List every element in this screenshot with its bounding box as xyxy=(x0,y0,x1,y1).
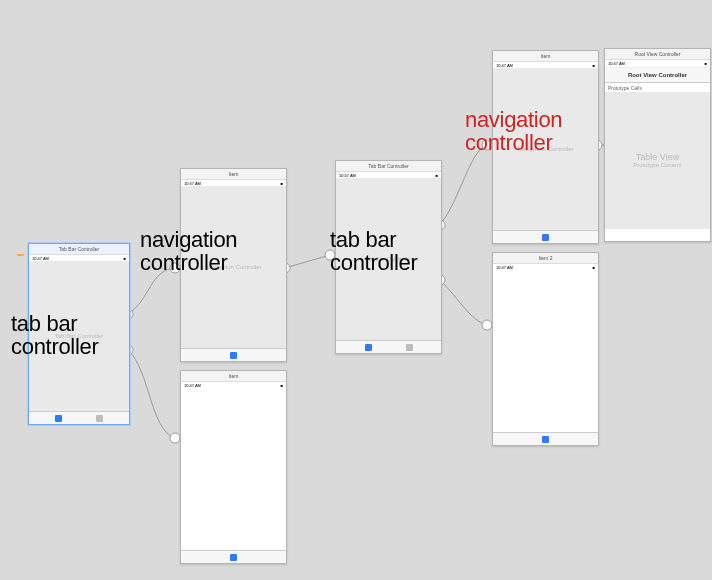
scene-title: Item xyxy=(181,371,286,382)
placeholder-text: Table View Prototype Content xyxy=(605,152,710,170)
tab-icon xyxy=(96,415,103,422)
scene-title: Tab Bar Controller xyxy=(29,244,129,255)
tab-bar xyxy=(181,550,286,563)
tab-icon xyxy=(230,352,237,359)
navigation-bar-title: Root View Controller xyxy=(605,68,710,83)
tab-bar xyxy=(493,230,598,243)
label-navigation-controller-1: navigation controller xyxy=(140,228,237,275)
tab-bar xyxy=(493,432,598,445)
tab-icon xyxy=(542,436,549,443)
tab-icon xyxy=(406,344,413,351)
status-bar: 10:47 AM■ xyxy=(605,60,710,68)
svg-point-3 xyxy=(170,433,180,443)
tab-bar xyxy=(29,411,129,424)
scene-item-1[interactable]: Item 10:47 AM■ xyxy=(180,370,287,564)
tab-icon xyxy=(230,554,237,561)
scene-title: Item 2 xyxy=(493,253,598,264)
scene-title: Root View Controller xyxy=(605,49,710,60)
tab-icon xyxy=(55,415,62,422)
svg-point-9 xyxy=(482,320,492,330)
tab-icon xyxy=(542,234,549,241)
scene-title: Item xyxy=(181,169,286,180)
tab-icon xyxy=(365,344,372,351)
storyboard-canvas[interactable]: Tab Bar Controller 10:47 AM■ Tab Bar Con… xyxy=(0,0,712,580)
label-tab-bar-controller-1: tab bar controller xyxy=(11,312,98,359)
scene-body: Table View Prototype Content xyxy=(605,92,710,229)
scene-item-2[interactable]: Item 2 10:47 AM■ xyxy=(492,252,599,446)
tab-bar xyxy=(336,340,441,353)
label-navigation-controller-2: navigation controller xyxy=(465,108,562,155)
scene-body xyxy=(181,388,286,551)
label-tab-bar-controller-2: tab bar controller xyxy=(330,228,417,275)
scene-body xyxy=(493,270,598,433)
scene-title: Tab Bar Controller xyxy=(336,161,441,172)
tab-bar xyxy=(181,348,286,361)
scene-root-view-controller[interactable]: Root View Controller 10:47 AM■ Root View… xyxy=(604,48,711,242)
scene-title: Item xyxy=(493,51,598,62)
